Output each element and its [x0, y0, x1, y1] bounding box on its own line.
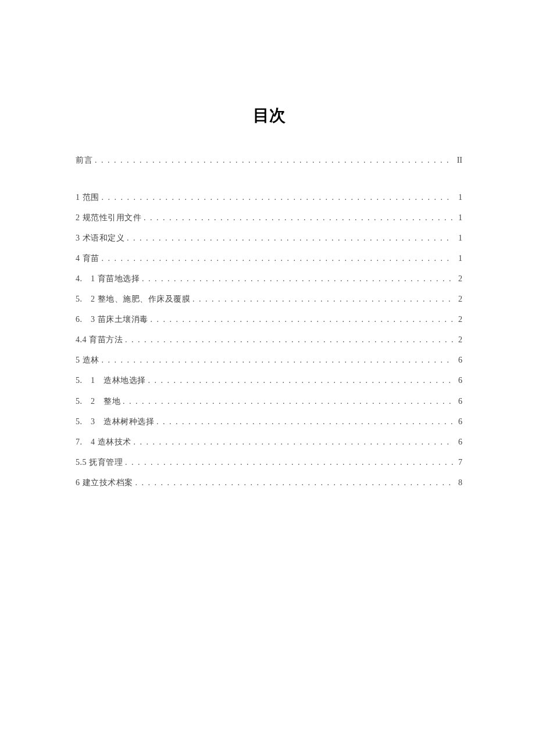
toc-entry-page: 2: [455, 293, 462, 305]
toc-entry: 4 育苗1: [76, 253, 462, 264]
toc-leader-dots: [123, 334, 455, 346]
toc-entry-label: 4.4 育苗方法: [76, 334, 123, 346]
toc-entry-label: 2 规范性引用文件: [76, 212, 141, 224]
toc-entry-label: 5 造林: [76, 354, 99, 366]
toc-entry-page: 6: [455, 416, 462, 428]
toc-entry-page: 2: [455, 334, 462, 346]
toc-entry-label: 前言: [76, 155, 92, 166]
toc-entry-page: 6: [455, 354, 462, 366]
toc-entry-label: 4. 1 育苗地选择: [76, 273, 140, 285]
document-page: 目次 前言II1 范围12 规范性引用文件13 术语和定义14 育苗14. 1 …: [0, 0, 535, 489]
toc-entry: 4.4 育苗方法2: [76, 334, 462, 346]
toc-entry-label: 5.5 抚育管理: [76, 457, 123, 468]
toc-entry: 5. 2 整地、施肥、作床及覆膜2: [76, 293, 462, 305]
toc-leader-dots: [99, 253, 456, 264]
toc-entry-page: 1: [455, 253, 462, 264]
toc-entry-page: 6: [455, 375, 462, 386]
toc-leader-dots: [120, 396, 455, 407]
toc-entry-label: 4 育苗: [76, 253, 99, 264]
toc-entry: 4. 1 育苗地选择2: [76, 273, 462, 285]
toc-entry-label: 6 建立技术档案: [76, 477, 133, 489]
toc-entry-page: 1: [455, 232, 462, 244]
toc-entry: 5. 3 造林树种选择6: [76, 416, 462, 428]
toc-list: 前言II1 范围12 规范性引用文件13 术语和定义14 育苗14. 1 育苗地…: [76, 155, 462, 489]
toc-entry-page: II: [455, 155, 462, 166]
toc-entry-label: 3 术语和定义: [76, 232, 124, 244]
toc-entry-label: 5. 1 造林地选择: [76, 375, 146, 386]
toc-entry: 5 造林6: [76, 354, 462, 366]
toc-entry-page: 8: [455, 477, 462, 489]
toc-leader-dots: [141, 212, 455, 224]
toc-entry: 1 范围1: [76, 192, 462, 203]
toc-leader-dots: [190, 293, 455, 305]
toc-leader-dots: [99, 192, 456, 203]
toc-entry: 2 规范性引用文件1: [76, 212, 462, 224]
toc-entry: 6 建立技术档案8: [76, 477, 462, 489]
toc-title: 目次: [76, 105, 462, 127]
toc-entry-label: 5. 2 整地: [76, 396, 120, 407]
toc-leader-dots: [148, 314, 456, 325]
toc-entry-label: 5. 2 整地、施肥、作床及覆膜: [76, 293, 190, 305]
toc-leader-dots: [131, 436, 456, 448]
toc-entry: 7. 4 造林技术6: [76, 436, 462, 448]
toc-leader-dots: [123, 457, 455, 468]
toc-leader-dots: [146, 375, 456, 386]
toc-leader-dots: [99, 354, 456, 366]
toc-entry-label: 6. 3 苗床土壤消毒: [76, 314, 148, 325]
toc-entry-page: 2: [455, 273, 462, 285]
toc-entry-label: 5. 3 造林树种选择: [76, 416, 154, 428]
toc-leader-dots: [140, 273, 455, 285]
toc-entry: 前言II: [76, 155, 462, 166]
toc-entry-page: 1: [455, 212, 462, 224]
toc-entry: 5. 1 造林地选择6: [76, 375, 462, 386]
toc-entry: 5.5 抚育管理7: [76, 457, 462, 468]
toc-entry-page: 2: [455, 314, 462, 325]
toc-leader-dots: [92, 155, 455, 166]
toc-entry-page: 1: [455, 192, 462, 203]
toc-leader-dots: [154, 416, 455, 428]
toc-entry: 3 术语和定义1: [76, 232, 462, 244]
toc-entry-label: 1 范围: [76, 192, 99, 203]
toc-entry-label: 7. 4 造林技术: [76, 436, 131, 448]
toc-entry: 6. 3 苗床土壤消毒2: [76, 314, 462, 325]
toc-leader-dots: [124, 232, 455, 244]
toc-entry: 5. 2 整地6: [76, 396, 462, 407]
toc-entry-page: 6: [455, 436, 462, 448]
toc-entry-page: 7: [455, 457, 462, 468]
toc-entry-page: 6: [455, 396, 462, 407]
toc-leader-dots: [133, 477, 456, 489]
